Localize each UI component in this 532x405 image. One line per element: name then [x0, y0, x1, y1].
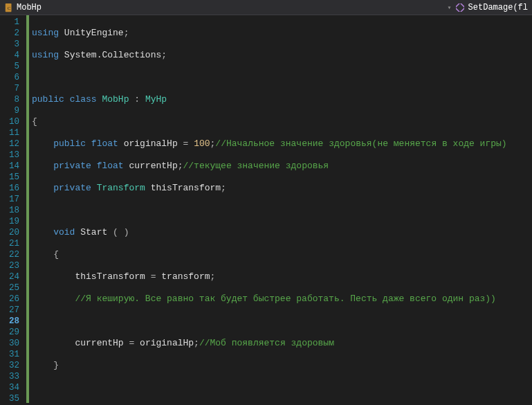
code-line[interactable]: using System.Collections; — [32, 50, 532, 61]
code-line[interactable]: } — [32, 360, 532, 371]
svg-text:C: C — [8, 5, 11, 10]
code-line[interactable]: private Transform thisTransform; — [32, 183, 532, 194]
line-number[interactable]: 21 — [3, 238, 19, 249]
line-number[interactable]: 18 — [3, 205, 19, 216]
line-number[interactable]: 13 — [3, 150, 19, 161]
line-number[interactable]: 6 — [3, 72, 19, 83]
line-number[interactable]: 29 — [3, 327, 19, 338]
line-number[interactable]: 9 — [3, 105, 19, 116]
line-number[interactable]: 1 — [3, 17, 19, 28]
line-number[interactable]: 24 — [3, 271, 19, 282]
line-number[interactable]: 12 — [3, 138, 19, 150]
line-number[interactable]: 16 — [3, 183, 19, 194]
code-line[interactable]: using UnityEngine; — [32, 28, 532, 39]
file-title[interactable]: MobHp — [17, 3, 42, 12]
titlebar-right: ▾ SetDamage(fl — [448, 3, 528, 12]
line-number[interactable]: 14 — [3, 161, 19, 172]
line-number[interactable]: 27 — [3, 305, 19, 316]
editor-titlebar: C MobHp ▾ SetDamage(fl — [0, 0, 532, 15]
titlebar-left: C MobHp — [4, 3, 42, 12]
line-number[interactable]: 31 — [3, 349, 19, 360]
line-number-gutter: 1 2 3 4 5 6 7 8 9 10 11 12 13 14 15 16 1… — [0, 15, 26, 405]
line-number[interactable]: 4 — [3, 50, 19, 61]
code-line[interactable] — [32, 72, 532, 83]
line-number[interactable]: 35 — [3, 393, 19, 404]
method-icon — [456, 3, 464, 12]
line-number[interactable]: 15 — [3, 172, 19, 183]
svg-rect-2 — [456, 3, 464, 12]
code-line[interactable]: //Я кеширую. Все равно так будет быстрее… — [32, 294, 532, 305]
code-line[interactable]: void Start ( ) — [32, 227, 532, 238]
line-number[interactable]: 23 — [3, 260, 19, 271]
line-number[interactable]: 2 — [3, 28, 19, 39]
code-line[interactable]: private float currentHp;//текущее значен… — [32, 161, 532, 172]
line-number[interactable]: 30 — [3, 338, 19, 349]
file-dropdown-icon[interactable]: ▾ — [448, 3, 452, 12]
code-line[interactable] — [32, 316, 532, 327]
line-number[interactable]: 20 — [3, 227, 19, 238]
code-area[interactable]: using UnityEngine; using System.Collecti… — [29, 15, 532, 405]
code-line[interactable]: currentHp = originalHp;//Моб появляется … — [32, 338, 532, 349]
line-number[interactable]: 22 — [3, 249, 19, 260]
csharp-file-icon: C — [4, 3, 14, 12]
line-number[interactable]: 3 — [3, 39, 19, 50]
line-number[interactable]: 26 — [3, 294, 19, 305]
code-editor[interactable]: 1 2 3 4 5 6 7 8 9 10 11 12 13 14 15 16 1… — [0, 15, 532, 405]
line-number[interactable]: 28 — [3, 316, 19, 327]
line-number[interactable]: 5 — [3, 61, 19, 72]
code-line[interactable]: public float originalHp = 100;//Начально… — [32, 138, 532, 150]
line-number[interactable]: 19 — [3, 216, 19, 227]
line-number[interactable]: 34 — [3, 382, 19, 393]
code-line[interactable]: { — [32, 249, 532, 260]
code-line[interactable] — [32, 382, 532, 393]
line-number[interactable]: 32 — [3, 360, 19, 371]
code-line[interactable]: public class MobHp : MyHp — [32, 94, 532, 105]
line-number[interactable]: 10 — [3, 116, 19, 127]
line-number[interactable]: 7 — [3, 83, 19, 94]
line-number[interactable]: 33 — [3, 371, 19, 382]
line-number[interactable]: 11 — [3, 127, 19, 138]
line-number[interactable]: 25 — [3, 282, 19, 294]
code-line[interactable]: { — [32, 116, 532, 127]
code-line[interactable] — [32, 205, 532, 216]
code-line[interactable]: thisTransform = transform; — [32, 271, 532, 282]
line-number[interactable]: 17 — [3, 194, 19, 205]
method-name[interactable]: SetDamage(fl — [468, 3, 528, 12]
line-number[interactable]: 8 — [3, 94, 19, 105]
